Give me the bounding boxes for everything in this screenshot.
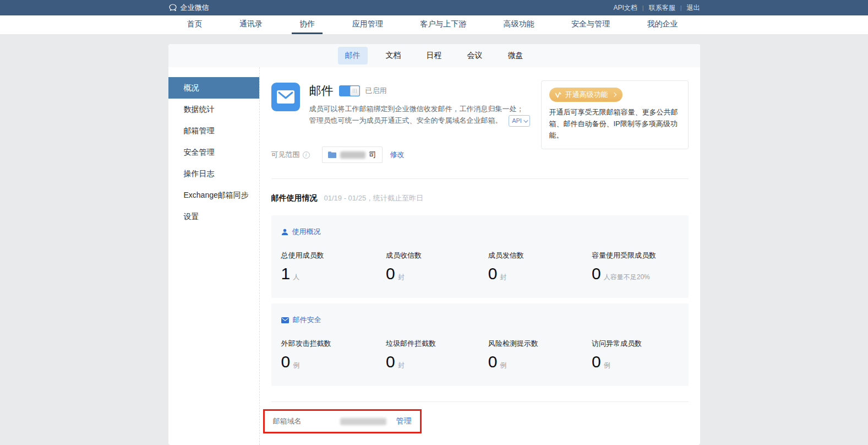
sidebar-item-statistics[interactable]: 数据统计 bbox=[168, 99, 259, 120]
subtab-mail[interactable]: 邮件 bbox=[338, 47, 368, 64]
wechat-work-logo: 企业微信 bbox=[168, 3, 209, 13]
premium-v-icon bbox=[555, 91, 562, 99]
separator: | bbox=[642, 4, 644, 11]
sidebar: 概况 数据统计 邮箱管理 安全管理 操作日志 Exchange邮箱同步 设置 bbox=[168, 67, 260, 445]
api-label: API bbox=[512, 116, 522, 126]
divider bbox=[271, 178, 689, 179]
subtab-meeting[interactable]: 会议 bbox=[460, 47, 490, 64]
redacted-domain-name bbox=[340, 418, 386, 425]
premium-description: 开通后可享受无限邮箱容量、更多公共邮箱、邮件自动备份、IP限制等多项高级功能。 bbox=[549, 107, 680, 141]
security-card-title: 邮件安全 bbox=[293, 315, 321, 325]
chat-bubble-icon bbox=[168, 3, 177, 12]
divider bbox=[271, 401, 689, 402]
stat-spam-blocked: 垃圾邮件拦截数 0 封 bbox=[386, 339, 488, 371]
usage-date-range: 01/19 - 01/25，统计截止至昨日 bbox=[324, 193, 424, 203]
visible-range-tag: 司 bbox=[322, 146, 383, 163]
subtab-docs[interactable]: 文档 bbox=[379, 47, 408, 64]
stat-mails-sent: 成员发信数 0 封 bbox=[488, 251, 592, 283]
chevron-right-icon bbox=[612, 93, 616, 97]
mail-description-line2: 管理员也可统一为成员开通正式、安全的专属域名企业邮箱。 bbox=[309, 116, 503, 124]
sidebar-item-security-management[interactable]: 安全管理 bbox=[168, 142, 259, 163]
topbar-link-api-docs[interactable]: API文档 bbox=[613, 3, 637, 13]
nav-tab-advanced-features[interactable]: 高级功能 bbox=[496, 15, 542, 34]
nav-tab-customers[interactable]: 客户与上下游 bbox=[412, 15, 474, 34]
company-name-suffix: 司 bbox=[369, 150, 376, 160]
topbar-link-logout[interactable]: 退出 bbox=[687, 3, 700, 13]
stat-abnormal-access-members: 访问异常成员数 0 例 bbox=[592, 339, 678, 371]
mailbox-domain-label: 邮箱域名 bbox=[273, 416, 302, 426]
toggle-knob bbox=[350, 86, 359, 96]
premium-feature-box: 开通高级功能 开通后可享受无限邮箱容量、更多公共邮箱、邮件自动备份、IP限制等多… bbox=[541, 80, 689, 149]
subtab-bar: 邮件 文档 日程 会议 微盘 bbox=[168, 44, 700, 67]
page-title: 邮件 bbox=[309, 83, 334, 99]
subtab-drive[interactable]: 微盘 bbox=[501, 47, 531, 64]
mail-security-card: 邮件安全 外部攻击拦截数 0 例 垃圾邮件拦截数 0 封 bbox=[271, 303, 689, 386]
nav-tab-my-company[interactable]: 我的企业 bbox=[639, 15, 685, 34]
content-container: 邮件 文档 日程 会议 微盘 概况 数据统计 邮箱管理 安全管理 操作日志 Ex… bbox=[168, 44, 700, 445]
main-panel: 邮件 已启用 成员可以将工作邮箱绑定到企业微信收发邮件，工作消息归集一处； 管理… bbox=[260, 67, 700, 445]
main-navbar: 首页 通讯录 协作 应用管理 客户与上下游 高级功能 安全与管理 我的企业 bbox=[0, 15, 868, 34]
status-label: 已启用 bbox=[365, 86, 387, 96]
premium-button-label: 开通高级功能 bbox=[565, 90, 608, 100]
sidebar-item-settings[interactable]: 设置 bbox=[168, 206, 259, 227]
mail-description-line1: 成员可以将工作邮箱绑定到企业微信收发邮件，工作消息归集一处； bbox=[309, 105, 524, 113]
mail-enable-toggle[interactable] bbox=[339, 85, 360, 96]
envelope-icon bbox=[281, 317, 289, 323]
open-premium-button[interactable]: 开通高级功能 bbox=[549, 88, 623, 102]
stat-capacity-limited-members: 容量使用受限成员数 0 人容量不足20% bbox=[592, 251, 678, 283]
usage-overview-card: 使用概况 总使用成员数 1 人 成员收信数 0 封 bbox=[271, 215, 689, 298]
sidebar-item-exchange-sync[interactable]: Exchange邮箱同步 bbox=[168, 184, 259, 206]
topbar: 企业微信 API文档 | 联系客服 | 退出 bbox=[0, 0, 868, 15]
nav-tab-security-management[interactable]: 安全与管理 bbox=[564, 15, 618, 34]
person-icon bbox=[281, 229, 288, 236]
chevron-down-icon bbox=[523, 118, 528, 122]
subtab-calendar[interactable]: 日程 bbox=[419, 47, 449, 64]
info-icon[interactable]: i bbox=[303, 151, 310, 159]
folder-icon bbox=[328, 151, 336, 158]
nav-tab-home[interactable]: 首页 bbox=[179, 15, 210, 34]
separator: | bbox=[680, 4, 682, 11]
sidebar-item-mailbox-management[interactable]: 邮箱管理 bbox=[168, 120, 259, 142]
edit-visible-range-link[interactable]: 修改 bbox=[390, 150, 405, 160]
stat-mails-received: 成员收信数 0 封 bbox=[386, 251, 488, 283]
nav-tab-collaboration[interactable]: 协作 bbox=[292, 15, 323, 34]
stat-external-attacks-blocked: 外部攻击拦截数 0 例 bbox=[281, 339, 386, 371]
stat-total-members: 总使用成员数 1 人 bbox=[281, 251, 386, 283]
usage-section-title: 邮件使用情况 bbox=[271, 193, 318, 203]
nav-tab-contacts[interactable]: 通讯录 bbox=[232, 15, 270, 34]
stat-risk-alerts: 风险检测提示数 0 例 bbox=[488, 339, 592, 371]
redacted-company-name bbox=[340, 151, 365, 159]
overview-card-title: 使用概况 bbox=[292, 227, 321, 237]
mail-app-icon bbox=[271, 83, 300, 111]
nav-tab-app-management[interactable]: 应用管理 bbox=[345, 15, 391, 34]
manage-domain-link[interactable]: 管理 bbox=[396, 416, 412, 426]
topbar-link-contact-support[interactable]: 联系客服 bbox=[649, 3, 675, 13]
sidebar-item-overview[interactable]: 概况 bbox=[168, 77, 259, 99]
annotation-box: 邮箱域名 管理 bbox=[263, 409, 422, 433]
api-dropdown-button[interactable]: API bbox=[509, 115, 530, 127]
visible-range-label: 可见范围 bbox=[271, 150, 300, 160]
sidebar-item-operation-log[interactable]: 操作日志 bbox=[168, 163, 259, 184]
logo-text: 企业微信 bbox=[181, 3, 209, 13]
